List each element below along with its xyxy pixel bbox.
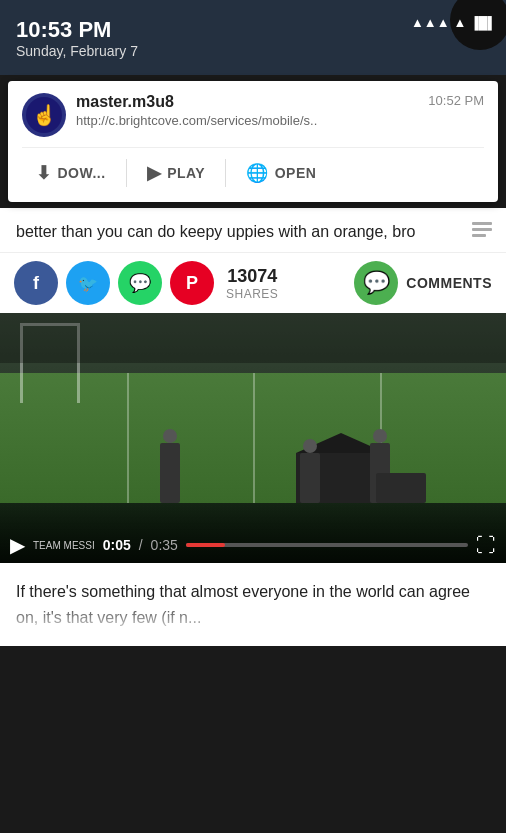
twitter-button[interactable]: 🐦 — [66, 261, 110, 305]
whatsapp-button[interactable]: 💬 — [118, 261, 162, 305]
person-1-head — [163, 429, 177, 443]
divider-2 — [225, 159, 226, 187]
twitter-icon: 🐦 — [78, 274, 98, 293]
field-line-2 — [253, 373, 255, 503]
battery-icon: ▐█▌ — [470, 16, 496, 30]
wifi-icon: ▲ — [454, 15, 467, 30]
bottom-article-text-container: If there's something that almost everyon… — [16, 579, 490, 630]
status-date: Sunday, February 7 — [16, 43, 490, 59]
comments-button[interactable]: 💬 COMMENTS — [354, 261, 492, 305]
notification-left: ☝ master.m3u8 http://c.brightcove.com/se… — [22, 93, 420, 137]
open-button[interactable]: 🌐 OPEN — [232, 156, 330, 190]
video-progress-bar[interactable] — [186, 543, 468, 547]
notification-time: 10:52 PM — [428, 93, 484, 108]
download-button[interactable]: ⬇ DOW... — [22, 156, 120, 190]
video-top-overlay — [0, 313, 506, 363]
text-align-icon — [472, 222, 492, 237]
notification-actions: ⬇ DOW... ▶ PLAY 🌐 OPEN — [22, 147, 484, 190]
social-bar: f 🐦 💬 P 13074 SHARES 💬 COMMENTS — [0, 252, 506, 313]
notification-header: ☝ master.m3u8 http://c.brightcove.com/se… — [22, 93, 484, 137]
status-bar: 10:53 PM Sunday, February 7 ▲▲▲ ▲ ▐█▌ — [0, 0, 506, 75]
cart — [376, 473, 426, 503]
video-current-time: 0:05 — [103, 537, 131, 553]
align-line-2 — [472, 228, 492, 231]
video-controls: ▶ TEAM MESSI 0:05 / 0:35 ⛶ — [0, 527, 506, 563]
shares-label: SHARES — [226, 287, 278, 301]
hand-icon: ☝ — [32, 103, 57, 127]
video-progress-fill — [186, 543, 225, 547]
facebook-button[interactable]: f — [14, 261, 58, 305]
time-separator: / — [139, 537, 143, 553]
align-line-1 — [472, 222, 492, 225]
open-icon: 🌐 — [246, 162, 269, 184]
app-icon: ☝ — [22, 93, 66, 137]
align-line-3 — [472, 234, 486, 237]
fullscreen-button[interactable]: ⛶ — [476, 534, 496, 557]
open-label: OPEN — [275, 165, 317, 181]
whatsapp-icon: 💬 — [129, 272, 151, 294]
shares-count: 13074 — [227, 266, 277, 287]
pinterest-icon: P — [186, 273, 198, 294]
divider-1 — [126, 159, 127, 187]
person-3-head — [373, 429, 387, 443]
comment-bubble-icon: 💬 — [363, 270, 390, 296]
signal-icon: ▲▲▲ — [411, 15, 450, 30]
shares-block: 13074 SHARES — [226, 266, 278, 301]
notification-url: http://c.brightcove.com/services/mobile/… — [76, 113, 420, 128]
app-name: master.m3u8 — [76, 93, 420, 111]
facebook-icon: f — [33, 273, 39, 294]
article-snippet-text: better than you can do keepy uppies with… — [16, 223, 415, 240]
person-2 — [300, 453, 320, 503]
person-2-head — [303, 439, 317, 453]
video-play-button[interactable]: ▶ — [10, 533, 25, 557]
app-icon-inner: ☝ — [26, 97, 62, 133]
notification-card: ☝ master.m3u8 http://c.brightcove.com/se… — [8, 81, 498, 202]
status-icons: ▲▲▲ ▲ ▐█▌ — [411, 15, 496, 30]
play-icon: ▶ — [147, 162, 162, 184]
download-label: DOW... — [58, 165, 106, 181]
bottom-article-text: If there's something that almost everyon… — [16, 583, 470, 626]
article-snippet: better than you can do keepy uppies with… — [0, 208, 506, 252]
play-button[interactable]: ▶ PLAY — [133, 156, 220, 190]
video-total-time: 0:35 — [151, 537, 178, 553]
channel-label: TEAM MESSI — [33, 540, 95, 551]
person-1 — [160, 443, 180, 503]
video-section: ▶ TEAM MESSI 0:05 / 0:35 ⛶ — [0, 313, 506, 563]
bottom-article: If there's something that almost everyon… — [0, 563, 506, 646]
pinterest-button[interactable]: P — [170, 261, 214, 305]
comments-icon: 💬 — [354, 261, 398, 305]
notification-text: master.m3u8 http://c.brightcove.com/serv… — [76, 93, 420, 128]
download-icon: ⬇ — [36, 162, 52, 184]
field-line-1 — [127, 373, 129, 503]
comments-label: COMMENTS — [406, 275, 492, 291]
play-label: PLAY — [167, 165, 205, 181]
